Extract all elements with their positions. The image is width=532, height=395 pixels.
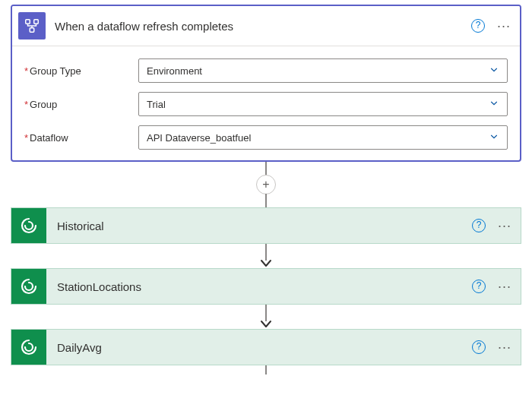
chevron-down-icon: [489, 98, 499, 111]
trigger-header[interactable]: When a dataflow refresh completes ? ···: [12, 6, 520, 46]
add-step-button[interactable]: +: [256, 175, 276, 194]
arrow-down-icon: [260, 259, 272, 268]
label-text: Dataflow: [30, 132, 68, 144]
field-row-dataflow: *Dataflow API Dataverse_boatfuel: [24, 125, 508, 150]
connector-trailing: [8, 365, 524, 374]
arrow-down-icon: [260, 320, 272, 329]
more-menu-icon[interactable]: ···: [496, 283, 513, 290]
connector-line: [265, 244, 267, 261]
help-icon[interactable]: ?: [472, 219, 486, 232]
field-row-group-type: *Group Type Environment: [24, 58, 508, 83]
svg-rect-1: [34, 20, 39, 24]
connector-plus: +: [8, 162, 524, 207]
field-label: *Group Type: [24, 65, 138, 77]
more-menu-icon[interactable]: ···: [496, 22, 512, 30]
action-title: StationLocations: [57, 280, 472, 293]
trigger-card: When a dataflow refresh completes ? ··· …: [11, 5, 521, 162]
action-card-historical[interactable]: Historical ? ···: [11, 207, 521, 244]
group-select[interactable]: Trial: [138, 92, 508, 116]
field-row-group: *Group Trial: [24, 92, 508, 116]
swirl-icon: [11, 330, 46, 365]
required-asterisk: *: [24, 99, 28, 110]
svg-rect-2: [30, 28, 34, 33]
trigger-body: *Group Type Environment *Group Trial: [12, 46, 520, 160]
more-menu-icon[interactable]: ···: [496, 343, 513, 351]
help-icon[interactable]: ?: [471, 19, 485, 33]
field-label: *Group: [24, 99, 138, 110]
connector-line: [265, 162, 267, 175]
connector-arrow: [8, 244, 524, 268]
select-value: API Dataverse_boatfuel: [147, 132, 251, 144]
select-value: Environment: [147, 65, 202, 77]
flow-designer-canvas: When a dataflow refresh completes ? ··· …: [0, 0, 532, 374]
label-text: Group: [30, 99, 57, 110]
connector-line: [265, 365, 267, 374]
connector-line: [265, 194, 267, 207]
required-asterisk: *: [24, 65, 28, 77]
action-card-stationlocations[interactable]: StationLocations ? ···: [11, 268, 521, 305]
action-card-dailyavg[interactable]: DailyAvg ? ···: [11, 329, 521, 365]
action-title: DailyAvg: [57, 341, 472, 354]
connector-line: [265, 305, 267, 321]
trigger-title: When a dataflow refresh completes: [55, 20, 471, 33]
field-label: *Dataflow: [24, 132, 138, 144]
help-icon[interactable]: ?: [472, 340, 486, 354]
dataflow-icon: [18, 12, 46, 40]
required-asterisk: *: [24, 132, 28, 144]
svg-rect-0: [26, 20, 30, 24]
swirl-icon: [11, 269, 46, 304]
label-text: Group Type: [30, 65, 81, 77]
group-type-select[interactable]: Environment: [138, 58, 508, 83]
connector-arrow: [8, 305, 524, 329]
chevron-down-icon: [489, 131, 499, 144]
action-title: Historical: [57, 220, 472, 232]
chevron-down-icon: [489, 65, 499, 77]
select-value: Trial: [147, 99, 166, 110]
swirl-icon: [11, 208, 46, 243]
help-icon[interactable]: ?: [472, 280, 486, 293]
more-menu-icon[interactable]: ···: [496, 222, 513, 229]
dataflow-select[interactable]: API Dataverse_boatfuel: [138, 125, 508, 150]
